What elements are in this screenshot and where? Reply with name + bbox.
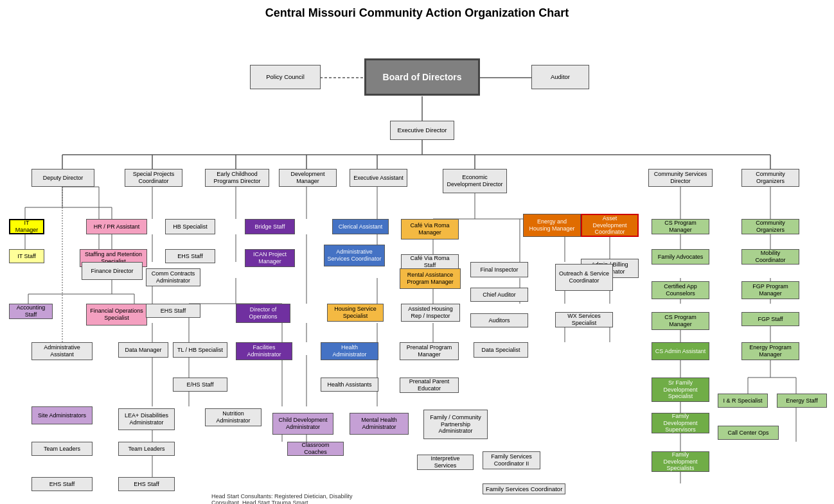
family-community-partnership-administrator-box: Family / Community Partnership Administr… bbox=[423, 410, 488, 439]
outreach-service-coordinator-box: Outreach & Service Coordinator bbox=[555, 264, 613, 291]
ican-project-manager-box: ICAN Project Manager bbox=[245, 249, 295, 267]
hb-specialist-box: HB Specialist bbox=[165, 219, 215, 234]
community-organizers-box: Community Organizers bbox=[741, 219, 799, 234]
ehs-staff1-box: EHS Staff bbox=[165, 249, 215, 263]
accounting-staff-box: Accounting Staff bbox=[9, 304, 53, 319]
asset-development-coordinator-box: Asset Development Coordinator bbox=[581, 214, 639, 237]
team-leaders2-box: Team Leaders bbox=[118, 442, 175, 456]
cs-program-manager1-box: CS Program Manager bbox=[652, 219, 709, 234]
chief-auditor-box: Chief Auditor bbox=[470, 288, 528, 302]
comm-contracts-administrator-box: Comm Contracts Administrator bbox=[146, 268, 200, 286]
call-center-ops-box: Call Center Ops bbox=[718, 426, 779, 440]
executive-assistant-box: Executive Assistant bbox=[350, 169, 407, 187]
prenatal-parent-educator-box: Prenatal Parent Educator bbox=[400, 378, 459, 393]
fgp-program-manager-box: FGP Program Manager bbox=[741, 281, 799, 299]
lea-disabilities-administrator-box: LEA+ Disabilities Administrator bbox=[118, 408, 175, 430]
director-of-operations-box: Director of Operations bbox=[236, 304, 290, 323]
cafe-via-roma-manager-box: Café Via Roma Manager bbox=[401, 219, 459, 239]
health-assistants-box: Health Assistants bbox=[321, 378, 378, 392]
executive-director-box: Executive Director bbox=[390, 121, 454, 140]
data-manager-box: Data Manager bbox=[118, 342, 168, 358]
site-administrators-box: Site Administrators bbox=[31, 406, 93, 424]
economic-development-director-box: Economic Development Director bbox=[443, 169, 507, 193]
family-services-coordinator-box: Family Services Coordinator bbox=[483, 483, 565, 494]
auditor-box: Auditor bbox=[531, 65, 589, 89]
special-projects-coordinator-box: Special Projects Coordinator bbox=[125, 169, 182, 187]
team-leaders1-box: Team Leaders bbox=[31, 442, 93, 456]
assisted-housing-rep-inspector-box: Assisted Housing Rep / Inspector bbox=[401, 304, 460, 322]
prenatal-program-manager-box: Prenatal Program Manager bbox=[400, 342, 459, 360]
nutrition-administrator-box: Nutrition Administrator bbox=[205, 408, 262, 426]
development-manager-box: Development Manager bbox=[279, 169, 337, 187]
data-specialist-box: Data Specialist bbox=[474, 342, 528, 358]
facilities-administrator-box: Facilities Administrator bbox=[236, 342, 292, 360]
administrative-assistant-box: Administrative Assistant bbox=[31, 342, 93, 360]
auditors-box: Auditors bbox=[470, 313, 528, 327]
ehs-staff2-box: EHS Staff bbox=[146, 304, 200, 318]
health-administrator-box: Health Administrator bbox=[321, 342, 378, 360]
page: Central Missouri Community Action Organi… bbox=[0, 0, 834, 504]
sr-family-development-specialist-box: Sr Family Development Specialist bbox=[652, 378, 709, 402]
board-of-directors-box: Board of Directors bbox=[364, 58, 480, 96]
energy-housing-manager-box: Energy and Housing Manager bbox=[523, 214, 581, 237]
mental-health-administrator-box: Mental Health Administrator bbox=[350, 413, 409, 435]
child-development-administrator-box: Child Development Administrator bbox=[272, 413, 333, 435]
rental-assistance-program-manager-box: Rental Assistance Program Manager bbox=[400, 268, 461, 289]
it-manager-box: IT Manager bbox=[9, 219, 44, 234]
ehs-staff3-box: E/HS Staff bbox=[173, 378, 227, 392]
family-services-coordinator-ii-box: Family Services Coordinator II bbox=[483, 451, 540, 469]
cafe-via-roma-staff-box: Café Via Roma Staff bbox=[401, 254, 459, 270]
early-childhood-programs-director-box: Early Childhood Programs Director bbox=[205, 169, 269, 187]
family-development-supervisors-box: Family Development Supervisors bbox=[652, 413, 709, 433]
community-services-director2-box: Community Organizers bbox=[741, 169, 799, 187]
it-staff-box: IT Staff bbox=[9, 249, 44, 263]
footer-note: Head Start Consultants: Registered Dieti… bbox=[211, 493, 366, 504]
financial-operations-specialist-box: Financial Operations Specialist bbox=[86, 304, 147, 326]
policy-council-box: Policy Council bbox=[250, 65, 321, 89]
final-inspector-box: Final Inspector bbox=[470, 262, 528, 277]
admin-services-coordinator-box: Administrative Services Coordinator bbox=[324, 245, 385, 266]
fgp-staff-box: FGP Staff bbox=[741, 312, 799, 326]
certified-app-counselors-box: Certified App Counselors bbox=[652, 281, 709, 299]
clerical-assistant-box: Clerical Assistant bbox=[332, 219, 389, 234]
ehs-staff4-box: EHS Staff bbox=[31, 477, 93, 491]
deputy-director-box: Deputy Director bbox=[31, 169, 94, 187]
energy-program-manager-box: Energy Program Manager bbox=[741, 342, 799, 360]
cs-program-manager2-box: CS Program Manager bbox=[652, 312, 709, 330]
page-title: Central Missouri Community Action Organi… bbox=[3, 6, 831, 20]
classroom-coaches-box: Classroom Coaches bbox=[287, 442, 344, 456]
family-advocates-box: Family Advocates bbox=[652, 249, 709, 265]
wx-services-specialist-box: WX Services Specialist bbox=[555, 312, 613, 327]
energy-staff-box: Energy Staff bbox=[777, 394, 827, 408]
tl-hb-specialist-box: TL / HB Specialist bbox=[173, 342, 227, 358]
hr-pr-assistant-box: HR / PR Assistant bbox=[86, 219, 147, 234]
cs-admin-assistant-box: CS Admin Assistant bbox=[652, 342, 709, 360]
mobility-coordinator-box: Mobility Coordinator bbox=[741, 249, 799, 265]
i-r-specialist-box: I & R Specialist bbox=[718, 394, 768, 408]
bridge-staff-box: Bridge Staff bbox=[245, 219, 295, 234]
ehs-staff5-box: EHS Staff bbox=[118, 477, 175, 491]
interpretive-services-box: Interpretive Services bbox=[417, 455, 474, 470]
community-services-director-box: Community Services Director bbox=[648, 169, 713, 187]
housing-service-specialist-box: Housing Service Specialist bbox=[327, 304, 384, 322]
org-chart: Policy Council Board of Directors Audito… bbox=[6, 28, 828, 504]
finance-director-box: Finance Director bbox=[82, 262, 143, 280]
family-development-specialists-box: Family Development Specialists bbox=[652, 451, 709, 472]
